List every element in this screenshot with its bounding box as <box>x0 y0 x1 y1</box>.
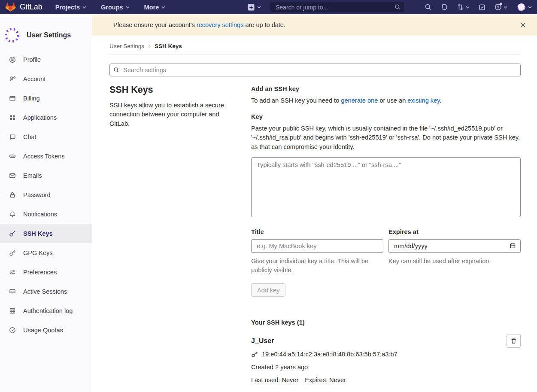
sidebar-item-account[interactable]: Account <box>0 69 92 88</box>
page-title: SSH Keys <box>109 85 238 95</box>
key-help-text: Paste your public SSH key, which is usua… <box>251 124 521 151</box>
breadcrumb: User Settings SSH Keys <box>109 43 521 49</box>
title-help-text: Give your individual key a title. This w… <box>251 257 383 275</box>
settings-sidebar: User Settings Profile Account Billing Ap… <box>0 14 92 392</box>
delete-key-button[interactable] <box>507 334 521 348</box>
expires-at-input[interactable]: mm/dd/yyyy <box>388 239 521 253</box>
recovery-settings-link[interactable]: recovery settings <box>197 21 244 28</box>
merge-requests-button[interactable] <box>457 3 470 11</box>
user-settings-avatar <box>3 27 21 44</box>
key-icon <box>9 249 16 256</box>
sidebar-item-chat[interactable]: Chat <box>0 127 92 146</box>
chevron-down-icon <box>161 6 165 9</box>
sidebar-item-applications[interactable]: Applications <box>0 108 92 127</box>
key-label: Key <box>251 113 521 120</box>
sidebar-item-gpg-keys[interactable]: GPG Keys <box>0 243 92 262</box>
chevron-down-icon <box>466 6 470 9</box>
trash-icon <box>510 337 517 344</box>
sidebar-item-notifications[interactable]: Notifications <box>0 204 92 224</box>
help-icon: ? <box>495 3 502 11</box>
sliders-icon <box>9 269 16 276</box>
sidebar-item-access-tokens[interactable]: Access Tokens <box>0 146 92 166</box>
chevron-right-icon <box>148 44 151 49</box>
envelope-icon <box>9 172 16 179</box>
breadcrumb-divider <box>109 55 521 55</box>
page-description: SSH keys allow you to establish a secure… <box>109 101 232 128</box>
sidebar-item-profile[interactable]: Profile <box>0 50 92 69</box>
chevron-down-icon <box>528 6 532 9</box>
new-menu-button[interactable] <box>248 4 261 11</box>
credit-card-icon <box>9 95 16 102</box>
ssh-key-usage: Last used: NeverExpires: Never <box>251 377 521 383</box>
sidebar-item-emails[interactable]: Emails <box>0 166 92 185</box>
ssh-key-expires: Expires: Never <box>305 377 346 383</box>
svg-text:?: ? <box>497 5 500 9</box>
date-placeholder: mm/dd/yyyy <box>394 243 428 249</box>
add-key-button[interactable]: Add key <box>251 283 285 297</box>
user-menu-button[interactable] <box>516 2 532 12</box>
navbar-search-input[interactable] <box>270 2 404 12</box>
bell-icon <box>9 211 16 218</box>
ssh-key-title: J_User <box>251 337 274 344</box>
ssh-key-textarea[interactable] <box>251 157 521 217</box>
generate-one-link[interactable]: generate one <box>341 97 378 104</box>
sidebar-item-usage-quotas[interactable]: Usage Quotas <box>0 320 92 340</box>
gauge-icon <box>9 327 16 334</box>
your-ssh-keys-heading: Your SSH keys (1) <box>251 319 521 326</box>
gitlab-home-link[interactable]: GitLab <box>5 2 42 12</box>
key-icon <box>9 230 16 237</box>
settings-search-input[interactable] <box>109 64 521 76</box>
close-icon <box>520 22 526 28</box>
nav-menu-groups[interactable]: Groups <box>101 4 130 11</box>
key-title-input[interactable] <box>251 239 383 253</box>
sidebar-item-preferences[interactable]: Preferences <box>0 262 92 282</box>
ssh-key-last-used: Last used: Never <box>251 377 298 383</box>
ssh-key-fingerprint: 19:e0:44:a5:14:c2:3a:e8:f8:48:8b:63:5b:5… <box>262 351 397 358</box>
navbar-search[interactable] <box>270 2 404 12</box>
lock-icon <box>9 191 16 198</box>
search-icon <box>113 67 119 73</box>
nav-menu-projects[interactable]: Projects <box>55 4 86 11</box>
avatar <box>516 2 526 12</box>
chevron-down-icon <box>257 6 261 9</box>
sidebar-item-authentication-log[interactable]: Authentication log <box>0 301 92 320</box>
calendar-icon[interactable] <box>510 243 516 249</box>
sidebar-item-active-sessions[interactable]: Active Sessions <box>0 282 92 301</box>
alert-close-button[interactable] <box>519 21 528 30</box>
settings-search <box>109 64 521 76</box>
nav-menu-more[interactable]: More <box>144 4 166 11</box>
chevron-down-icon <box>504 6 507 9</box>
todo-check-icon <box>479 4 485 11</box>
help-menu-button[interactable]: ? <box>495 3 507 11</box>
navbar-search-button[interactable] <box>425 3 432 11</box>
brand-name: GitLab <box>20 3 42 12</box>
profile-icon <box>9 56 16 63</box>
expires-help-text: Key can still be used after expiration. <box>388 257 521 266</box>
chevron-down-icon <box>82 6 86 9</box>
chat-bubble-icon <box>9 134 16 140</box>
search-icon <box>425 3 432 11</box>
sidebar-item-billing[interactable]: Billing <box>0 88 92 108</box>
token-icon <box>9 153 16 160</box>
existing-key-link[interactable]: existing key <box>407 97 440 104</box>
sidebar-item-ssh-keys[interactable]: SSH Keys <box>0 224 92 243</box>
add-ssh-key-intro: To add an SSH key you need to generate o… <box>251 97 521 104</box>
applications-grid-icon <box>9 114 16 121</box>
ssh-key-created: Created 2 years ago <box>251 364 521 371</box>
log-table-icon <box>9 307 16 314</box>
todos-button[interactable] <box>479 4 485 11</box>
key-icon <box>251 351 258 358</box>
add-ssh-key-heading: Add an SSH key <box>251 85 521 92</box>
search-icon <box>394 4 401 10</box>
issues-button[interactable] <box>441 3 448 11</box>
sidebar-item-password[interactable]: Password <box>0 185 92 204</box>
section-divider <box>251 306 521 306</box>
sidebar-title: User Settings <box>27 31 71 39</box>
title-label: Title <box>251 228 383 235</box>
account-icon <box>9 76 16 82</box>
issues-icon <box>441 3 448 11</box>
alert-banner: Please ensure your account's recovery se… <box>92 14 537 36</box>
breadcrumb-user-settings[interactable]: User Settings <box>109 43 144 49</box>
merge-request-icon <box>457 3 464 11</box>
whats-new-dot <box>500 3 502 5</box>
